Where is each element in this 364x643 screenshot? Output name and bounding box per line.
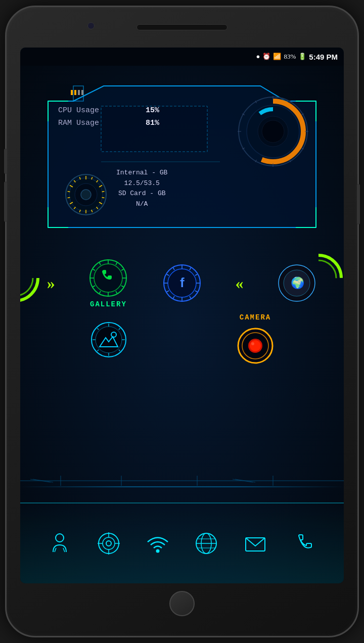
phone-speaker [136, 24, 228, 30]
svg-rect-10 [71, 90, 73, 95]
status-icons: ● ⏰ 📶 83% 🔋 5:49 PM [256, 53, 338, 61]
hud-widget: CPU Usage 15% RAM Usage 81% [43, 81, 321, 238]
cpu-value: 15% [146, 106, 159, 115]
camera-icon-svg [235, 326, 276, 366]
svg-text:f: f [180, 275, 185, 290]
cpu-label: CPU Usage [58, 106, 99, 115]
svg-rect-11 [74, 90, 76, 95]
svg-point-116 [56, 534, 64, 542]
svg-line-21 [102, 192, 105, 192]
gallery-app[interactable]: GALLERY [88, 258, 128, 308]
photo-app[interactable] [88, 319, 129, 360]
ram-row: RAM Usage 81% [58, 119, 159, 127]
gallery-label: GALLERY [90, 300, 127, 308]
dock-globe-icon[interactable] [191, 528, 221, 559]
alarm-icon: ⏰ [262, 53, 270, 61]
ram-value: 81% [146, 119, 159, 127]
volume-button[interactable] [357, 184, 360, 224]
svg-point-91 [96, 327, 122, 353]
svg-point-35 [81, 190, 91, 200]
photo-icon[interactable] [88, 319, 129, 360]
app-row-1: » [20, 258, 344, 308]
power-button[interactable] [4, 149, 7, 174]
svg-rect-12 [78, 90, 80, 95]
phone-frame: ● ⏰ 📶 83% 🔋 5:49 PM [5, 6, 359, 637]
phone-top [7, 7, 357, 48]
dock [20, 502, 344, 583]
screen: ● ⏰ 📶 83% 🔋 5:49 PM [20, 48, 344, 583]
sdcard-label: SD Card - GB [116, 189, 167, 199]
dock-mail-icon[interactable] [240, 528, 270, 559]
status-time: 5:49 PM [309, 53, 338, 61]
ram-label: RAM Usage [58, 119, 99, 127]
svg-rect-13 [81, 90, 83, 95]
wifi-status-icon: 📶 [273, 53, 281, 61]
front-camera [87, 22, 95, 29]
home-button[interactable] [169, 591, 195, 616]
gallery-icon[interactable] [88, 258, 128, 298]
dial-svg [63, 172, 109, 217]
svg-point-106 [251, 342, 254, 345]
dock-ironman-icon[interactable] [44, 528, 75, 559]
cpu-row: CPU Usage 15% [58, 106, 159, 115]
bottom-separator [20, 486, 344, 487]
dial-knob [63, 172, 109, 217]
svg-point-118 [103, 537, 115, 549]
sdcard-value: N/A [116, 199, 167, 210]
phone-bottom [7, 583, 357, 624]
svg-line-30 [68, 198, 70, 198]
svg-line-22 [102, 198, 105, 198]
app-row-2: CAMERA [20, 313, 344, 366]
svg-line-31 [68, 192, 70, 192]
internal-label: Internal - GB [116, 168, 167, 178]
status-bar: ● ⏰ 📶 83% 🔋 5:49 PM [20, 48, 344, 66]
ring-meter-svg [235, 94, 311, 169]
ring-meter [235, 94, 311, 169]
dock-phone-icon[interactable] [289, 528, 320, 559]
svg-point-124 [156, 549, 159, 553]
location-icon: ● [256, 53, 260, 61]
main-content: CPU Usage 15% RAM Usage 81% [20, 66, 344, 583]
internal-value: 12.5/53.5 [116, 178, 167, 189]
photo-icon-svg [88, 319, 129, 360]
battery-icon: 🔋 [298, 53, 306, 61]
svg-point-105 [250, 340, 261, 351]
svg-text:🌍: 🌍 [291, 276, 305, 290]
svg-point-41 [262, 120, 284, 143]
gallery-icon-svg [88, 258, 128, 298]
dock-wifi-icon[interactable] [143, 528, 173, 559]
volume-rocker[interactable] [4, 181, 7, 222]
camera-label: CAMERA [240, 313, 271, 322]
storage-info: Internal - GB 12.5/53.5 SD Card - GB N/A [116, 168, 167, 210]
chevron-left-icon: » [47, 274, 55, 293]
camera-icon[interactable] [235, 326, 276, 366]
system-info-panel: CPU Usage 15% RAM Usage 81% [58, 106, 159, 131]
camera-app[interactable]: CAMERA [235, 313, 276, 366]
chevron-right-icon: « [236, 274, 244, 293]
planet-icon[interactable]: 🌍 [277, 263, 317, 303]
planet-icon-svg: 🌍 [277, 263, 317, 303]
facebook-icon-svg: f [162, 263, 202, 303]
facebook-app[interactable]: f [162, 263, 202, 303]
svg-point-119 [106, 541, 111, 546]
dock-settings-icon[interactable] [94, 528, 124, 559]
battery-status: 83% [284, 53, 296, 61]
facebook-icon[interactable]: f [162, 263, 202, 303]
